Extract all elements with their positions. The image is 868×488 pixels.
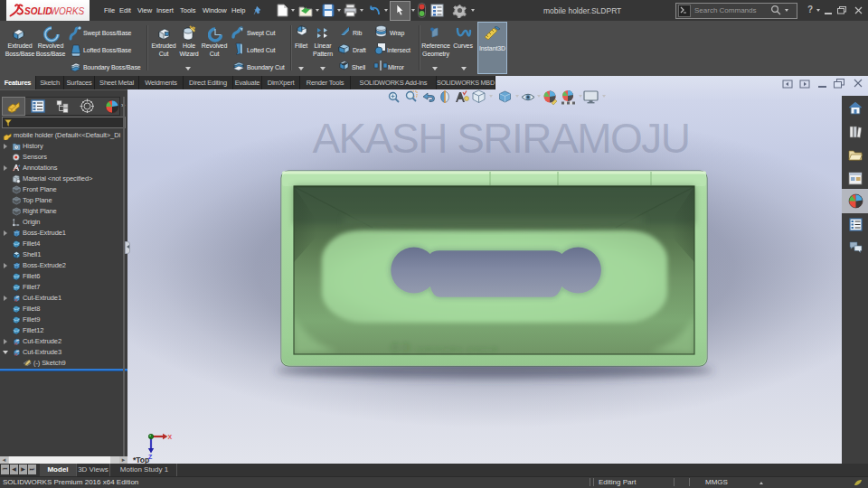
svg-text:WORKS: WORKS xyxy=(51,6,85,16)
svg-text:SOLID: SOLID xyxy=(24,6,52,16)
svg-text:ⓢⓩ ₎ₐₘₗₙₑₓₖₔ ₐₙₔₑₓₖ: ⓢⓩ ₎ₐₘₗₙₑₓₖₔ ₐₙₔₑₓₖ xyxy=(391,343,499,352)
svg-text:X: X xyxy=(168,434,173,440)
